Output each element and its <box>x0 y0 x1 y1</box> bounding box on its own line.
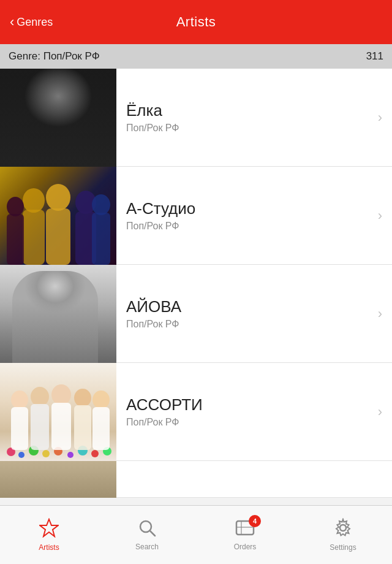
artist-name: Ёлка <box>126 101 373 120</box>
tab-settings-label: Settings <box>330 543 356 552</box>
svg-line-32 <box>150 531 155 536</box>
svg-point-18 <box>91 450 99 457</box>
list-item[interactable]: АССОРТИ Поп/Рок РФ › <box>0 363 392 461</box>
artist-thumbnail <box>0 363 116 461</box>
artist-genre: Поп/Рок РФ <box>126 123 373 134</box>
orders-wrapper: 4 <box>235 519 255 540</box>
tab-orders-label: Orders <box>234 543 257 551</box>
thumbnail-overlay <box>0 69 116 167</box>
tab-bar: Artists Search 4 Orders <box>0 505 392 564</box>
tab-artists[interactable]: Artists <box>0 518 98 552</box>
artist-info: А-Студио Поп/Рок РФ › <box>116 167 392 264</box>
svg-rect-21 <box>11 407 28 450</box>
artist-genre: Поп/Рок РФ <box>126 221 373 232</box>
svg-point-28 <box>92 391 110 409</box>
svg-point-14 <box>42 450 50 457</box>
star-icon <box>39 518 59 541</box>
list-item[interactable]: Ёлка Поп/Рок РФ › <box>0 69 392 167</box>
svg-rect-23 <box>31 404 49 450</box>
genre-bar-text: Genre: Поп/Рок РФ <box>9 50 100 63</box>
header: ‹ Genres Artists <box>0 0 392 44</box>
artist-text: АССОРТИ Поп/Рок РФ <box>126 395 373 428</box>
artist-info <box>116 461 392 497</box>
artist-text: АЙОВА Поп/Рок РФ <box>126 297 373 330</box>
svg-rect-2 <box>23 210 45 265</box>
chevron-right-icon: › <box>378 110 382 126</box>
settings-icon <box>333 518 353 541</box>
tab-orders[interactable]: 4 Orders <box>196 519 294 551</box>
back-button[interactable]: ‹ Genres <box>10 15 53 29</box>
page-title: Artists <box>176 14 216 30</box>
svg-point-7 <box>7 197 24 216</box>
svg-marker-30 <box>40 519 58 536</box>
chevron-right-icon: › <box>378 404 382 420</box>
artist-info: Ёлка Поп/Рок РФ › <box>116 69 392 166</box>
tab-artists-label: Artists <box>39 543 59 552</box>
svg-point-22 <box>31 387 49 406</box>
back-label: Genres <box>17 16 53 29</box>
chevron-right-icon: › <box>378 208 382 224</box>
svg-point-12 <box>18 452 24 458</box>
genre-bar: Genre: Поп/Рок РФ 311 <box>0 44 392 69</box>
artist-list: Ёлка Поп/Рок РФ › <box>0 69 392 498</box>
svg-point-1 <box>23 188 45 213</box>
tab-search-label: Search <box>135 543 159 551</box>
svg-point-26 <box>74 389 91 407</box>
svg-point-3 <box>46 184 70 211</box>
svg-rect-29 <box>92 407 110 450</box>
tab-search[interactable]: Search <box>98 519 196 551</box>
artist-genre: Поп/Рок РФ <box>126 417 373 428</box>
svg-rect-25 <box>51 403 71 450</box>
artist-thumbnail <box>0 69 116 167</box>
list-item[interactable]: А-Студио Поп/Рок РФ › <box>0 167 392 265</box>
list-item[interactable]: АЙОВА Поп/Рок РФ › <box>0 265 392 363</box>
artist-name: АССОРТИ <box>126 395 373 414</box>
svg-point-20 <box>11 391 28 409</box>
svg-point-36 <box>340 525 346 531</box>
svg-point-16 <box>67 452 74 458</box>
artist-thumbnail <box>0 265 116 363</box>
svg-rect-27 <box>74 405 91 450</box>
genre-count: 311 <box>366 50 383 63</box>
artist-info: АЙОВА Поп/Рок РФ › <box>116 265 392 362</box>
thumbnail-figure <box>12 271 98 363</box>
svg-point-9 <box>92 194 110 215</box>
artist-text: Ёлка Поп/Рок РФ <box>126 101 373 134</box>
svg-rect-10 <box>92 213 110 265</box>
artist-name: АЙОВА <box>126 297 373 316</box>
list-item-partial[interactable] <box>0 461 392 498</box>
svg-rect-8 <box>7 214 24 265</box>
artist-name: А-Студио <box>126 199 373 218</box>
orders-badge: 4 <box>249 515 261 527</box>
tab-settings[interactable]: Settings <box>294 518 392 552</box>
artist-thumbnail <box>0 461 116 498</box>
svg-point-24 <box>51 384 71 405</box>
artist-text: А-Студио Поп/Рок РФ <box>126 199 373 232</box>
artist-thumbnail <box>0 167 116 265</box>
artist-genre: Поп/Рок РФ <box>126 319 373 330</box>
artist-info: АССОРТИ Поп/Рок РФ › <box>116 363 392 460</box>
thumbnail-svg <box>0 167 116 265</box>
thumbnail-svg <box>0 363 116 461</box>
chevron-right-icon: › <box>378 306 382 322</box>
search-icon <box>138 519 156 540</box>
svg-rect-4 <box>46 208 70 265</box>
back-chevron-icon: ‹ <box>10 15 14 29</box>
